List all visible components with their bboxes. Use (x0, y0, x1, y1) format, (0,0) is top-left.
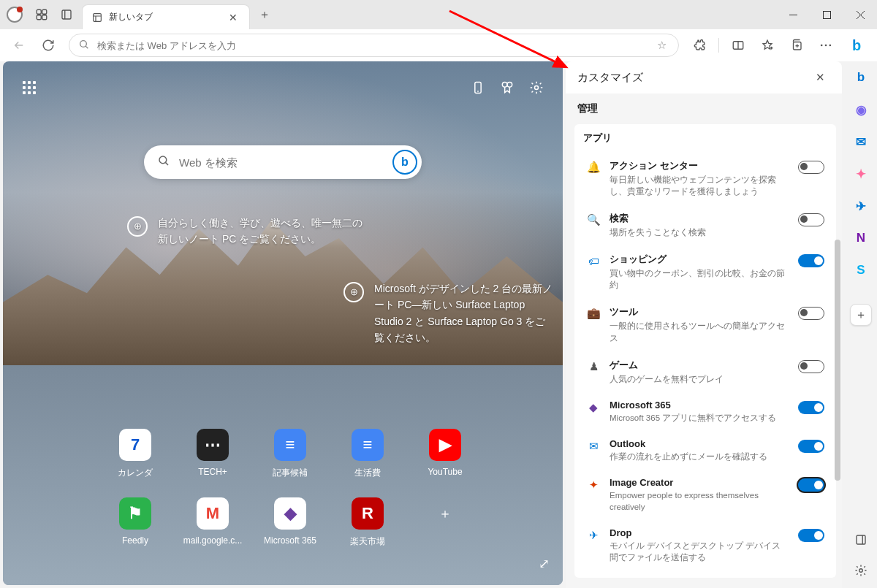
customize-item: 🔔 アクション センター 毎日新しい機能やウェブコンテンツを探索し、貴重なリワー… (583, 152, 827, 205)
tile-icon: ≡ (352, 429, 384, 461)
svg-point-22 (829, 45, 832, 47)
quick-link-tile[interactable]: ⚑Feedly (98, 497, 172, 563)
app-toggle[interactable] (798, 529, 824, 542)
app-toggle[interactable] (798, 161, 824, 174)
app-description: モバイル デバイスとデスクトップ デバイス間でファイルを送信する (610, 540, 789, 563)
toolbar: ☆ b (0, 29, 877, 61)
customize-panel: カスタマイズ ✕ 管理 アプリ 🔔 アクション センター 毎日新しい機能やウェブ… (566, 61, 842, 588)
quick-link-tile[interactable]: ≡記事候補 (253, 429, 327, 495)
scrollbar[interactable] (835, 240, 840, 481)
globe-icon: ⊕ (127, 216, 148, 237)
quick-links-grid: 7カレンダ⋯TECH+≡記事候補≡生活費▶YouTube⚑FeedlyMmail… (98, 429, 482, 563)
tab-favicon-icon (91, 12, 103, 23)
promo-text-2: Microsoft がデザインした 2 台の最新ノート PC—新しい Surfa… (374, 280, 555, 346)
sidebar-outlook-button[interactable]: ✉ (851, 131, 871, 152)
quick-link-tile[interactable]: ◆Microsoft 365 (253, 497, 327, 563)
svg-point-20 (821, 45, 823, 47)
svg-rect-0 (37, 9, 41, 14)
tab-close-button[interactable]: ✕ (226, 10, 240, 25)
customize-close-button[interactable]: ✕ (810, 67, 830, 88)
svg-point-26 (507, 83, 512, 88)
search-icon (78, 39, 90, 53)
customize-item: ✈ Drop モバイル デバイスとデスクトップ デバイス間でファイルを送信する (583, 520, 827, 570)
svg-line-29 (165, 162, 168, 165)
new-tab-button[interactable]: ＋ (253, 3, 276, 26)
quick-link-tile[interactable]: R楽天市場 (330, 497, 405, 563)
app-title: Drop (610, 527, 789, 538)
svg-point-28 (159, 156, 167, 164)
rewards-button[interactable] (494, 75, 520, 101)
tile-label: 生活費 (354, 467, 381, 479)
app-icon: ✉ (586, 439, 601, 454)
close-window-button[interactable] (843, 0, 877, 29)
app-description: Microsoft 365 アプリに無料でアクセスする (610, 412, 789, 424)
app-title: ゲーム (610, 359, 789, 372)
sidebar-toggle-button[interactable] (851, 530, 871, 550)
svg-point-27 (535, 86, 539, 90)
sidebar-add-button[interactable]: ＋ (850, 304, 872, 326)
app-toggle[interactable] (798, 440, 824, 453)
promo-banner-1[interactable]: ⊕ 自分らしく働き、学び、遊べる、唯一無二の新しいノート PC をご覧ください。 (127, 215, 368, 248)
svg-point-25 (502, 83, 507, 88)
app-toggle[interactable] (798, 307, 824, 320)
ntp-search-input[interactable] (179, 156, 392, 169)
expand-button[interactable]: ⤢ (539, 556, 550, 572)
tile-label: 記事候補 (273, 467, 308, 479)
favorites-button[interactable] (754, 32, 781, 58)
sidebar-image-creator-button[interactable]: ✦ (851, 164, 871, 184)
plus-icon: ＋ (429, 497, 461, 530)
more-button[interactable] (813, 32, 839, 58)
vertical-tabs-icon[interactable] (54, 0, 79, 29)
content-area: b ⊕ 自分らしく働き、学び、遊べる、唯一無二の新しいノート PC をご覧くださ… (0, 61, 877, 588)
back-button[interactable] (6, 32, 32, 58)
address-input[interactable] (97, 40, 654, 51)
quick-link-tile[interactable]: ≡生活費 (330, 429, 405, 495)
apps-menu-button[interactable] (16, 75, 42, 101)
mobile-button[interactable] (465, 75, 491, 101)
page-settings-button[interactable] (523, 75, 550, 101)
promo-banner-2[interactable]: ⊕ Microsoft がデザインした 2 台の最新ノート PC—新しい Sur… (343, 280, 555, 346)
profile-icon (7, 7, 23, 23)
collections-button[interactable] (783, 32, 810, 58)
browser-tab[interactable]: 新しいタブ ✕ (82, 4, 250, 29)
favorite-icon[interactable]: ☆ (654, 39, 669, 52)
sidebar-copilot-button[interactable]: ◉ (851, 99, 871, 120)
sidebar-settings-button[interactable] (851, 560, 871, 581)
app-toggle[interactable] (798, 254, 824, 267)
minimize-button[interactable] (776, 0, 810, 29)
svg-rect-1 (42, 9, 47, 14)
app-toggle[interactable] (798, 401, 824, 414)
add-tile-button[interactable]: ＋ (408, 497, 482, 563)
customize-apps-card: アプリ 🔔 アクション センター 毎日新しい機能やウェブコンテンツを探索し、貴重… (574, 124, 836, 578)
app-toggle[interactable] (798, 478, 824, 492)
extensions-button[interactable] (686, 32, 713, 58)
app-toggle[interactable] (798, 213, 824, 226)
quick-link-tile[interactable]: 7カレンダ (98, 429, 172, 495)
workspaces-icon[interactable] (29, 0, 54, 29)
profile-button[interactable] (0, 0, 29, 29)
sidebar-onenote-button[interactable]: N (851, 228, 871, 248)
app-icon: 🔔 (586, 160, 601, 175)
bing-search-button[interactable]: b (392, 150, 417, 175)
svg-rect-4 (62, 10, 71, 19)
customize-item: ◆ Microsoft 365 Microsoft 365 アプリに無料でアクセ… (583, 392, 827, 431)
quick-link-tile[interactable]: ⋯TECH+ (175, 429, 250, 495)
sidebar-bing-button[interactable]: b (851, 67, 871, 88)
customize-section-title: 管理 (577, 102, 836, 115)
ntp-search-box[interactable]: b (144, 145, 422, 179)
quick-link-tile[interactable]: Mmail.google.c... (175, 497, 250, 563)
address-bar[interactable]: ☆ (69, 34, 679, 57)
split-screen-button[interactable] (725, 32, 751, 58)
customize-header: カスタマイズ ✕ (566, 61, 842, 93)
svg-point-32 (859, 569, 863, 573)
sidebar-drop-button[interactable]: ✈ (851, 196, 871, 216)
app-icon: ✈ (586, 528, 601, 543)
quick-link-tile[interactable]: ▶YouTube (408, 429, 482, 495)
app-toggle[interactable] (798, 360, 824, 373)
sidebar-skype-button[interactable]: S (851, 260, 871, 280)
customize-title: カスタマイズ (577, 71, 643, 85)
refresh-button[interactable] (35, 32, 61, 58)
maximize-button[interactable] (810, 0, 843, 29)
bing-chat-button[interactable]: b (842, 31, 871, 60)
app-description: 場所を失うことなく検索 (610, 226, 789, 238)
